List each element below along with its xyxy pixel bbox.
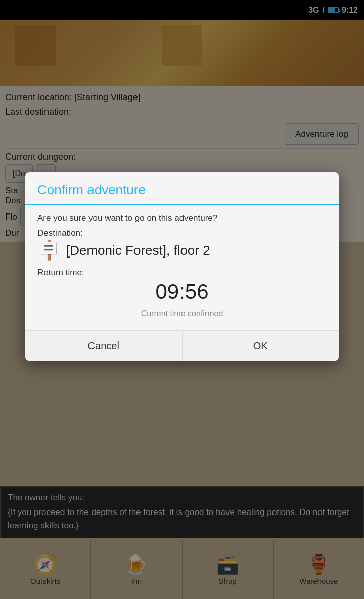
confirm-adventure-dialog: Confirm adventure Are you sure you want … (25, 172, 339, 361)
return-time-value: 09:56 (37, 280, 327, 304)
dialog-buttons: Cancel OK (25, 330, 339, 361)
dialog-title: Confirm adventure (37, 182, 327, 198)
dialog-title-area: Confirm adventure (25, 172, 339, 205)
dialog-body: Are you sure you want to go on this adve… (25, 205, 339, 330)
dialog-overlay: Confirm adventure Are you sure you want … (0, 0, 364, 599)
destination-icon: 🪧 (37, 241, 60, 260)
confirmed-text: Current time confirmed (37, 309, 327, 318)
ok-button[interactable]: OK (183, 331, 339, 361)
cancel-button[interactable]: Cancel (25, 331, 183, 361)
dialog-question: Are you sure you want to go on this adve… (37, 213, 327, 223)
destination-label: Destination: (37, 228, 327, 238)
return-time-label: Return time: (37, 268, 327, 278)
destination-text: [Demonic Forest], floor 2 (66, 243, 210, 259)
destination-value: 🪧 [Demonic Forest], floor 2 (37, 241, 327, 260)
